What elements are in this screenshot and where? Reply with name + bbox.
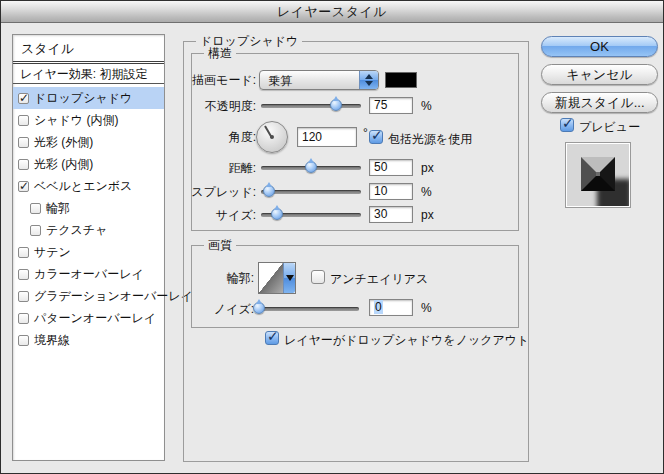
effect-checkbox[interactable] <box>18 159 29 170</box>
preview-checkbox[interactable] <box>560 118 574 132</box>
opacity-unit: % <box>421 99 432 113</box>
effect-checkbox[interactable] <box>18 313 29 324</box>
size-label: サイズ: <box>179 207 256 223</box>
distance-slider-thumb[interactable] <box>305 161 317 173</box>
blend-mode-label: 描画モード: <box>179 72 256 88</box>
effects-list: ドロップシャドウシャドウ (内側)光彩 (外側)光彩 (内側)ベベルとエンボス輪… <box>13 87 164 460</box>
distance-input[interactable]: 50 <box>369 159 413 176</box>
effect-label: シャドウ (内側) <box>34 112 118 129</box>
noise-value-selected-text: 0 <box>374 300 383 314</box>
layer-style-dialog: レイヤースタイル スタイル レイヤー効果: 初期設定 ドロップシャドウシャドウ … <box>0 0 664 474</box>
sidebar-item[interactable]: パターンオーバーレイ <box>13 307 164 329</box>
effect-label: テクスチャ <box>46 222 107 239</box>
opacity-label: 不透明度: <box>179 98 256 114</box>
contour-thumbnail[interactable] <box>259 263 283 293</box>
noise-input[interactable]: 0 <box>369 299 413 316</box>
opacity-slider-thumb[interactable] <box>330 99 342 111</box>
popup-stepper-icon <box>359 71 378 89</box>
sidebar-item[interactable]: 輪郭 <box>13 197 164 219</box>
effect-label: 輪郭 <box>46 200 70 217</box>
effect-checkbox[interactable] <box>18 137 29 148</box>
effect-label: 境界線 <box>34 332 70 349</box>
noise-slider[interactable] <box>259 307 359 311</box>
effect-label: グラデーションオーバーレイ <box>34 288 193 305</box>
antialias-checkbox[interactable] <box>311 270 325 284</box>
knockout-label: レイヤーがドロップシャドウをノックアウト <box>284 332 529 349</box>
contour-label: 輪郭: <box>178 270 254 286</box>
shadow-color-swatch[interactable] <box>385 72 417 88</box>
contour-picker[interactable] <box>258 262 296 294</box>
effect-label: 光彩 (外側) <box>34 134 93 151</box>
style-preview-thumbnail <box>565 142 631 208</box>
effect-label: カラーオーバーレイ <box>34 266 144 283</box>
angle-dial-center <box>270 135 274 139</box>
effect-label: ベベルとエンボス <box>34 178 132 195</box>
sidebar-item[interactable]: ベベルとエンボス <box>13 175 164 197</box>
title-bar[interactable]: レイヤースタイル <box>1 1 663 23</box>
preview-label: プレビュー <box>579 119 640 136</box>
effect-label: 光彩 (内側) <box>34 156 93 173</box>
angle-label: 角度: <box>179 129 256 145</box>
new-style-button[interactable]: 新規スタイル... <box>541 92 658 113</box>
noise-label: ノイズ: <box>178 301 254 317</box>
blend-mode-select[interactable]: 乗算 <box>259 70 379 90</box>
effect-checkbox[interactable] <box>30 225 41 236</box>
knockout-checkbox[interactable] <box>265 331 279 345</box>
blend-mode-value: 乗算 <box>268 73 292 90</box>
effect-checkbox[interactable] <box>18 181 29 192</box>
use-global-light-label: 包括光源を使用 <box>388 131 472 148</box>
style-preview-image <box>567 144 629 206</box>
effect-checkbox[interactable] <box>18 93 29 104</box>
spread-slider[interactable] <box>261 190 361 194</box>
spread-label: スプレッド: <box>176 184 256 200</box>
sidebar-item[interactable]: サテン <box>13 241 164 263</box>
effect-checkbox[interactable] <box>18 115 29 126</box>
sidebar-header-styles[interactable]: スタイル <box>13 35 164 62</box>
sidebar-item[interactable]: ドロップシャドウ <box>13 87 164 109</box>
sidebar-item[interactable]: シャドウ (内側) <box>13 109 164 131</box>
sidebar-item-blending-options[interactable]: レイヤー効果: 初期設定 <box>13 63 164 84</box>
antialias-label: アンチエイリアス <box>330 271 428 288</box>
spread-unit: % <box>421 185 432 199</box>
distance-unit: px <box>421 161 434 175</box>
sidebar-item[interactable]: テクスチャ <box>13 219 164 241</box>
quality-group-title: 画質 <box>204 238 236 253</box>
contour-dropdown-arrow-icon[interactable] <box>283 263 295 293</box>
sidebar-item[interactable]: 境界線 <box>13 329 164 351</box>
noise-slider-thumb[interactable] <box>253 302 265 314</box>
effect-label: ドロップシャドウ <box>34 90 132 107</box>
opacity-input[interactable]: 75 <box>369 97 413 114</box>
size-slider[interactable] <box>261 213 361 217</box>
cancel-button[interactable]: キャンセル <box>541 64 658 85</box>
sidebar-item[interactable]: カラーオーバーレイ <box>13 263 164 285</box>
effect-checkbox[interactable] <box>30 203 41 214</box>
effect-checkbox[interactable] <box>18 291 29 302</box>
angle-unit: ° <box>363 126 368 140</box>
preview-bevel-center <box>596 172 600 176</box>
noise-unit: % <box>421 301 432 315</box>
styles-sidebar: スタイル レイヤー効果: 初期設定 ドロップシャドウシャドウ (内側)光彩 (外… <box>12 34 165 461</box>
ok-button[interactable]: OK <box>541 36 658 57</box>
window-title: レイヤースタイル <box>277 4 387 19</box>
size-slider-thumb[interactable] <box>271 208 283 220</box>
sidebar-item[interactable]: 光彩 (内側) <box>13 153 164 175</box>
opacity-slider[interactable] <box>261 104 361 108</box>
spread-slider-thumb[interactable] <box>263 185 275 197</box>
effect-label: サテン <box>34 244 71 261</box>
effect-checkbox[interactable] <box>18 269 29 280</box>
use-global-light-checkbox[interactable] <box>369 130 383 144</box>
distance-slider[interactable] <box>261 166 361 170</box>
angle-input[interactable]: 120 <box>297 127 357 147</box>
effect-checkbox[interactable] <box>18 335 29 346</box>
distance-label: 距離: <box>179 160 256 176</box>
effect-checkbox[interactable] <box>18 247 29 258</box>
sidebar-item[interactable]: グラデーションオーバーレイ <box>13 285 164 307</box>
spread-input[interactable]: 10 <box>369 183 413 200</box>
sidebar-item[interactable]: 光彩 (外側) <box>13 131 164 153</box>
structure-group-title: 構造 <box>204 46 236 61</box>
angle-dial[interactable] <box>256 121 288 153</box>
size-unit: px <box>421 208 434 222</box>
effect-label: パターンオーバーレイ <box>34 310 156 327</box>
size-input[interactable]: 30 <box>369 206 413 223</box>
